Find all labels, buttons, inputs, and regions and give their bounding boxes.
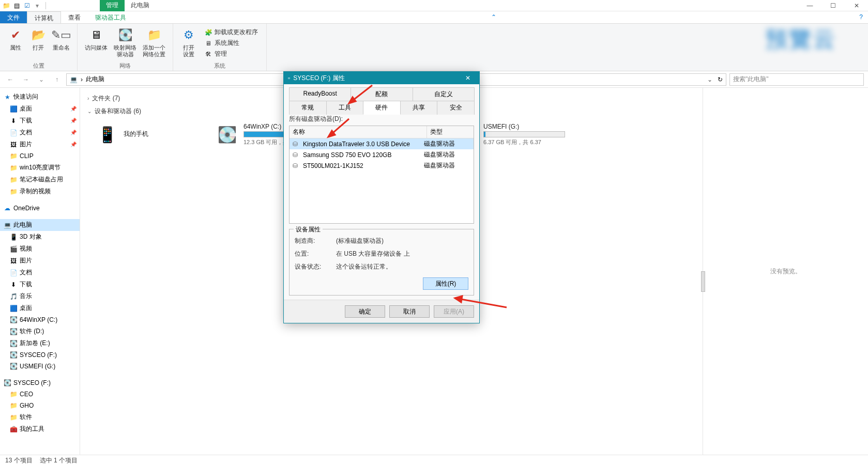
sidebar-item[interactable]: 📁录制的视频 xyxy=(0,185,80,197)
preview-resize-handle[interactable] xyxy=(701,271,705,292)
sidebar-item[interactable]: 🎬视频 xyxy=(0,243,80,255)
apply-button[interactable]: 应用(A) xyxy=(434,305,474,318)
dialog-tab[interactable]: 工具 xyxy=(326,101,364,115)
access-media-button[interactable]: 🖥 访问媒体 xyxy=(82,26,111,61)
properties-dialog: ▫ SYSCEO (F:) 属性 ✕ ReadyBoost配额自定义 常规工具硬… xyxy=(283,71,480,323)
sidebar-item[interactable]: 💽新加卷 (E:) xyxy=(0,337,80,349)
item-icon: 🎬 xyxy=(9,245,18,253)
sidebar-item[interactable]: 📁笔记本磁盘占用 xyxy=(0,174,80,185)
breadcrumb-this-pc[interactable]: 此电脑 xyxy=(86,75,104,84)
sidebar-item[interactable]: 💽64WinXP (C:) xyxy=(0,314,80,325)
ribbon-group-system: ⚙ 打开 设置 🧩卸载或更改程序 🖥系统属性 🛠管理 系统 xyxy=(173,24,267,71)
help-icon[interactable]: ? xyxy=(854,11,868,23)
disk-type: 磁盘驱动器 xyxy=(424,150,470,159)
address-dropdown[interactable]: ⌄ xyxy=(705,76,714,83)
dialog-tab[interactable]: 共享 xyxy=(400,101,438,115)
sidebar-sysceo[interactable]: 💽SYSCEO (F:) xyxy=(0,377,80,389)
device-properties-button[interactable]: 属性(R) xyxy=(423,277,468,290)
sidebar-item[interactable]: 📄文档📌 xyxy=(0,127,80,138)
sidebar-item[interactable]: 🖼图片📌 xyxy=(0,138,80,150)
dialog-titlebar[interactable]: ▫ SYSCEO (F:) 属性 ✕ xyxy=(284,72,479,84)
dialog-tab[interactable]: 常规 xyxy=(289,101,327,115)
drive-tile[interactable]: 📱我的手机 xyxy=(94,120,207,149)
sidebar-item[interactable]: 📁CLIP xyxy=(0,150,80,162)
ribbon: ✔ 属性 📂 打开 ✎▭ 重命名 位置 🖥 访问媒体 💽 映射网络 驱动器 xyxy=(0,24,868,71)
refresh-button[interactable]: ↻ xyxy=(718,76,723,83)
sidebar-item[interactable]: 📁win10亮度调节 xyxy=(0,162,80,174)
dialog-tab[interactable]: ReadyBoost xyxy=(289,87,351,101)
qat-dropdown-icon[interactable]: ▾ xyxy=(33,2,41,10)
minimize-button[interactable]: — xyxy=(798,0,821,11)
ribbon-collapse[interactable]: ⌃ xyxy=(486,11,501,23)
sidebar-item[interactable]: 🟦桌面📌 xyxy=(0,103,80,115)
properties-button[interactable]: ✔ 属性 xyxy=(4,26,27,61)
dialog-tab[interactable]: 硬件 xyxy=(363,101,401,115)
sidebar-item[interactable]: 📁CEO xyxy=(0,389,80,400)
statusbar: 13 个项目 选中 1 个项目 xyxy=(0,455,868,466)
dialog-close-button[interactable]: ✕ xyxy=(461,73,475,83)
sidebar-item[interactable]: 💽USMEFI (G:) xyxy=(0,361,80,372)
sidebar-onedrive[interactable]: ☁OneDrive xyxy=(0,203,80,214)
recent-dropdown[interactable]: ⌄ xyxy=(35,73,48,86)
sidebar-item[interactable]: 📁GHO xyxy=(0,400,80,411)
cancel-button[interactable]: 取消 xyxy=(389,305,430,318)
sidebar-item-label: 我的工具 xyxy=(20,425,44,433)
folder-icon: 📁 xyxy=(9,390,18,398)
column-name[interactable]: 名称 xyxy=(290,126,427,138)
up-button[interactable]: ↑ xyxy=(51,73,63,86)
open-button[interactable]: 📂 打开 xyxy=(27,26,50,61)
sidebar-item[interactable]: 💽SYSCEO (F:) xyxy=(0,349,80,361)
disk-row[interactable]: ⛁Samsung SSD 750 EVO 120GB磁盘驱动器 xyxy=(290,149,474,160)
tab-computer[interactable]: 计算机 xyxy=(27,11,61,23)
ribbon-tabs: 文件 计算机 查看 驱动器工具 ⌃ ? xyxy=(0,11,868,24)
disk-row[interactable]: ⛁ST500LM021-1KJ152磁盘驱动器 xyxy=(290,160,474,171)
add-location-label: 添加一个 网络位置 xyxy=(143,44,165,58)
sidebar-item[interactable]: 🟦桌面 xyxy=(0,302,80,314)
column-type[interactable]: 类型 xyxy=(427,126,474,138)
uninstall-button[interactable]: 🧩卸载或更改程序 xyxy=(202,27,260,38)
sidebar-item[interactable]: ⬇下载 xyxy=(0,278,80,290)
sidebar-item[interactable]: 📄文档 xyxy=(0,267,80,278)
sidebar-quick-access[interactable]: ★快速访问 xyxy=(0,91,80,103)
sidebar-item[interactable]: 🖼图片 xyxy=(0,255,80,267)
forward-button[interactable]: → xyxy=(20,73,32,86)
tab-drive-tools[interactable]: 驱动器工具 xyxy=(88,11,133,23)
disk-list-header: 名称 类型 xyxy=(290,126,474,138)
preview-pane: 没有预览。 xyxy=(703,88,868,455)
sys-props-button[interactable]: 🖥系统属性 xyxy=(202,38,260,49)
maximize-button[interactable]: ☐ xyxy=(821,0,845,11)
sidebar-item[interactable]: 🧰我的工具 xyxy=(0,423,80,435)
dialog-tab[interactable]: 安全 xyxy=(437,101,475,115)
qat-properties-icon[interactable]: ▤ xyxy=(12,2,21,10)
access-media-label: 访问媒体 xyxy=(85,44,108,51)
tab-view[interactable]: 查看 xyxy=(61,11,88,23)
device-properties-label: 设备属性 xyxy=(294,225,323,234)
qat-checkbox-icon[interactable]: ☑ xyxy=(23,2,31,10)
disk-listbox[interactable]: 名称 类型 ⛁Kingston DataTraveler 3.0 USB Dev… xyxy=(289,126,474,224)
disk-name: Kingston DataTraveler 3.0 USB Device xyxy=(303,141,424,148)
map-drive-button[interactable]: 💽 映射网络 驱动器 xyxy=(111,26,140,61)
sidebar-item[interactable]: 💽软件 (D:) xyxy=(0,325,80,337)
sidebar-item[interactable]: 📱3D 对象 xyxy=(0,231,80,243)
sidebar-item[interactable]: 📁软件 xyxy=(0,411,80,423)
dialog-tab[interactable]: 配额 xyxy=(351,87,413,101)
tile-name: 我的手机 xyxy=(124,130,205,138)
sidebar-item-label: 笔记本磁盘占用 xyxy=(20,175,63,184)
disk-row[interactable]: ⛁Kingston DataTraveler 3.0 USB Device磁盘驱… xyxy=(290,138,474,149)
sidebar-this-pc[interactable]: 💻此电脑 xyxy=(0,219,80,231)
sidebar-item[interactable]: ⬇下载📌 xyxy=(0,115,80,127)
dialog-tab[interactable]: 自定义 xyxy=(413,87,475,101)
context-tab-manage[interactable]: 管理 xyxy=(100,0,125,11)
back-button[interactable]: ← xyxy=(4,73,17,86)
close-button[interactable]: ✕ xyxy=(845,0,868,11)
sidebar-item[interactable]: 🎵音乐 xyxy=(0,290,80,302)
add-location-button[interactable]: 📁 添加一个 网络位置 xyxy=(140,26,169,61)
manufacturer-key: 制造商: xyxy=(295,237,336,245)
open-settings-button[interactable]: ⚙ 打开 设置 xyxy=(177,26,200,61)
ok-button[interactable]: 确定 xyxy=(345,305,385,318)
manage-button[interactable]: 🛠管理 xyxy=(202,49,260,59)
tab-file[interactable]: 文件 xyxy=(0,11,27,23)
search-input[interactable]: 搜索"此电脑" xyxy=(729,73,864,86)
dialog-title: SYSCEO (F:) 属性 xyxy=(293,74,461,83)
rename-button[interactable]: ✎▭ 重命名 xyxy=(50,26,73,61)
